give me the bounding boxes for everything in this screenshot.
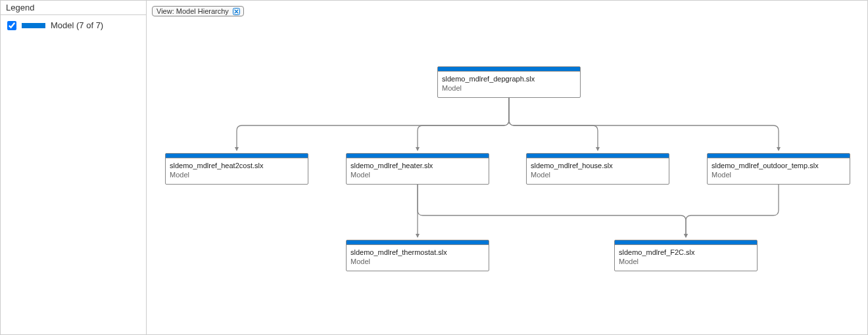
- node-type: Model: [531, 170, 665, 179]
- node-type: Model: [170, 170, 304, 179]
- node-outdoor[interactable]: sldemo_mdlref_outdoor_temp.slx Model: [707, 153, 850, 185]
- node-thermostat[interactable]: sldemo_mdlref_thermostat.slx Model: [346, 240, 489, 271]
- node-heater[interactable]: sldemo_mdlref_heater.slx Model: [346, 153, 489, 185]
- node-header: [438, 67, 580, 72]
- node-title: sldemo_mdlref_outdoor_temp.slx: [711, 161, 846, 170]
- view-filter-chip[interactable]: View: Model Hierarchy: [152, 6, 244, 16]
- node-heat2cost[interactable]: sldemo_mdlref_heat2cost.slx Model: [165, 153, 308, 185]
- node-f2c[interactable]: sldemo_mdlref_F2C.slx Model: [614, 240, 758, 271]
- node-type: Model: [442, 83, 576, 93]
- node-title: sldemo_mdlref_heater.slx: [350, 161, 485, 170]
- node-type: Model: [350, 170, 485, 179]
- node-type: Model: [711, 170, 846, 179]
- node-body: sldemo_mdlref_F2C.slx Model: [615, 245, 757, 271]
- node-title: sldemo_mdlref_house.slx: [531, 161, 665, 170]
- node-header: [527, 154, 669, 158]
- legend-item-label: Model (7 of 7): [51, 20, 103, 30]
- node-header: [708, 154, 850, 158]
- node-body: sldemo_mdlref_house.slx Model: [527, 158, 669, 184]
- view-filter-label: View: Model Hierarchy: [157, 7, 229, 15]
- node-body: sldemo_mdlref_heat2cost.slx Model: [166, 158, 308, 184]
- node-type: Model: [619, 257, 753, 266]
- node-header: [615, 240, 757, 245]
- node-title: sldemo_mdlref_F2C.slx: [619, 248, 753, 257]
- node-body: sldemo_mdlref_thermostat.slx Model: [347, 245, 489, 271]
- legend-panel: Legend Model (7 of 7): [1, 1, 147, 334]
- node-type: Model: [350, 257, 485, 266]
- node-body: sldemo_mdlref_heater.slx Model: [347, 158, 489, 184]
- node-body: sldemo_mdlref_depgraph.slx Model: [438, 72, 580, 97]
- node-house[interactable]: sldemo_mdlref_house.slx Model: [526, 153, 669, 185]
- legend-item[interactable]: Model (7 of 7): [1, 15, 146, 35]
- node-root[interactable]: sldemo_mdlref_depgraph.slx Model: [437, 66, 581, 98]
- node-header: [347, 154, 489, 158]
- node-header: [347, 240, 489, 245]
- node-title: sldemo_mdlref_heat2cost.slx: [170, 161, 304, 170]
- graph-canvas[interactable]: View: Model Hierarchy: [147, 1, 867, 334]
- node-body: sldemo_mdlref_outdoor_temp.slx Model: [708, 158, 850, 184]
- close-icon[interactable]: [233, 7, 241, 15]
- legend-checkbox[interactable]: [7, 21, 16, 30]
- node-header: [166, 154, 308, 158]
- legend-swatch: [22, 23, 45, 28]
- node-title: sldemo_mdlref_depgraph.slx: [442, 74, 576, 83]
- node-title: sldemo_mdlref_thermostat.slx: [350, 248, 485, 257]
- legend-title: Legend: [1, 1, 146, 15]
